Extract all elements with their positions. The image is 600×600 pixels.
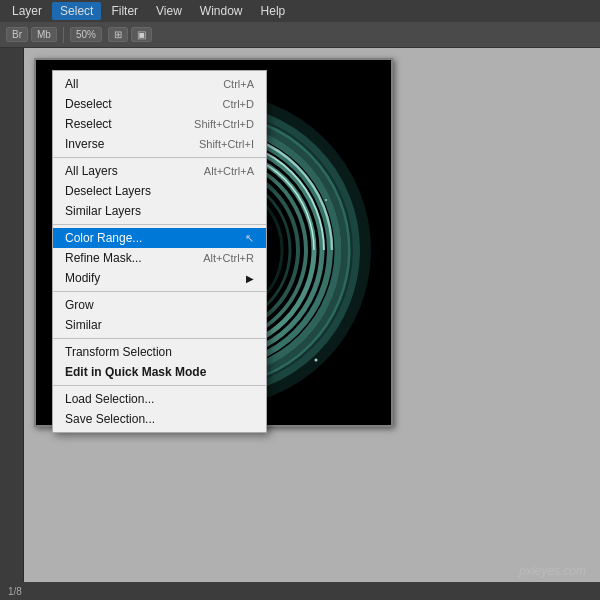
menu-item-modify-arrow: ▶ xyxy=(246,273,254,284)
menu-item-inverse[interactable]: Inverse Shift+Ctrl+I xyxy=(53,134,266,154)
canvas-info: 1/8 xyxy=(8,586,22,597)
screen-mode-btn[interactable]: ▣ xyxy=(131,27,152,42)
menu-item-load-selection-label: Load Selection... xyxy=(65,392,154,406)
menu-item-modify-label: Modify xyxy=(65,271,100,285)
menu-item-modify[interactable]: Modify ▶ xyxy=(53,268,266,288)
menubar: Layer Select Filter View Window Help xyxy=(0,0,600,22)
menu-item-quick-mask-label: Edit in Quick Mask Mode xyxy=(65,365,206,379)
toolbar: Br Mb 50% ⊞ ▣ xyxy=(0,22,600,48)
menu-item-quick-mask[interactable]: Edit in Quick Mask Mode xyxy=(53,362,266,382)
menu-item-deselect[interactable]: Deselect Ctrl+D xyxy=(53,94,266,114)
menu-item-color-range[interactable]: Color Range... ↖ xyxy=(53,228,266,248)
menu-item-all-layers-label: All Layers xyxy=(65,164,118,178)
separator-4 xyxy=(53,338,266,339)
separator-5 xyxy=(53,385,266,386)
main-area: pxleyes.com All Ctrl+A Deselect Ctrl+D R… xyxy=(0,48,600,600)
menu-item-deselect-label: Deselect xyxy=(65,97,112,111)
menu-item-reselect[interactable]: Reselect Shift+Ctrl+D xyxy=(53,114,266,134)
menu-item-refine-mask-label: Refine Mask... xyxy=(65,251,142,265)
menubar-view[interactable]: View xyxy=(148,2,190,20)
menu-item-refine-mask-shortcut: Alt+Ctrl+R xyxy=(203,252,254,264)
menu-item-similar-layers[interactable]: Similar Layers xyxy=(53,201,266,221)
tools-panel xyxy=(0,48,24,600)
select-dropdown-menu: All Ctrl+A Deselect Ctrl+D Reselect Shif… xyxy=(52,70,267,433)
menu-item-all-layers-shortcut: Alt+Ctrl+A xyxy=(204,165,254,177)
menubar-layer[interactable]: Layer xyxy=(4,2,50,20)
menu-item-transform-selection-label: Transform Selection xyxy=(65,345,172,359)
menu-item-save-selection-label: Save Selection... xyxy=(65,412,155,426)
menu-item-transform-selection[interactable]: Transform Selection xyxy=(53,342,266,362)
menu-item-similar[interactable]: Similar xyxy=(53,315,266,335)
pxleyes-watermark: pxleyes.com xyxy=(519,564,586,578)
menubar-filter[interactable]: Filter xyxy=(103,2,146,20)
info-bar: 1/8 xyxy=(0,582,600,600)
toolbar-left: Br Mb 50% xyxy=(6,27,102,43)
menu-item-save-selection[interactable]: Save Selection... xyxy=(53,409,266,429)
menu-item-inverse-shortcut: Shift+Ctrl+I xyxy=(199,138,254,150)
svg-point-13 xyxy=(325,199,327,201)
menu-item-load-selection[interactable]: Load Selection... xyxy=(53,389,266,409)
menu-item-color-range-label: Color Range... xyxy=(65,231,142,245)
svg-point-14 xyxy=(315,359,318,362)
bridge-btn[interactable]: Br xyxy=(6,27,28,42)
separator-3 xyxy=(53,291,266,292)
minibrige-btn[interactable]: Mb xyxy=(31,27,57,42)
menu-item-grow[interactable]: Grow xyxy=(53,295,266,315)
menu-item-all[interactable]: All Ctrl+A xyxy=(53,74,266,94)
separator-1 xyxy=(53,157,266,158)
arrange-btn[interactable]: ⊞ xyxy=(108,27,128,42)
menu-item-deselect-shortcut: Ctrl+D xyxy=(223,98,254,110)
menu-item-similar-layers-label: Similar Layers xyxy=(65,204,141,218)
menu-item-reselect-shortcut: Shift+Ctrl+D xyxy=(194,118,254,130)
zoom-indicator[interactable]: 50% xyxy=(70,27,102,42)
separator-2 xyxy=(53,224,266,225)
menu-item-color-range-cursor: ↖ xyxy=(245,232,254,245)
menubar-select[interactable]: Select xyxy=(52,2,101,20)
menu-item-similar-label: Similar xyxy=(65,318,102,332)
menubar-window[interactable]: Window xyxy=(192,2,251,20)
menu-item-all-label: All xyxy=(65,77,78,91)
menu-item-deselect-layers[interactable]: Deselect Layers xyxy=(53,181,266,201)
menu-item-reselect-label: Reselect xyxy=(65,117,112,131)
canvas-area: pxleyes.com All Ctrl+A Deselect Ctrl+D R… xyxy=(24,48,600,600)
menubar-help[interactable]: Help xyxy=(253,2,294,20)
menu-item-inverse-label: Inverse xyxy=(65,137,104,151)
menu-item-grow-label: Grow xyxy=(65,298,94,312)
menu-item-refine-mask[interactable]: Refine Mask... Alt+Ctrl+R xyxy=(53,248,266,268)
menu-item-deselect-layers-label: Deselect Layers xyxy=(65,184,151,198)
menu-item-all-layers[interactable]: All Layers Alt+Ctrl+A xyxy=(53,161,266,181)
toolbar-separator-1 xyxy=(63,27,64,43)
menu-item-all-shortcut: Ctrl+A xyxy=(223,78,254,90)
toolbar-right: ⊞ ▣ xyxy=(108,27,152,42)
